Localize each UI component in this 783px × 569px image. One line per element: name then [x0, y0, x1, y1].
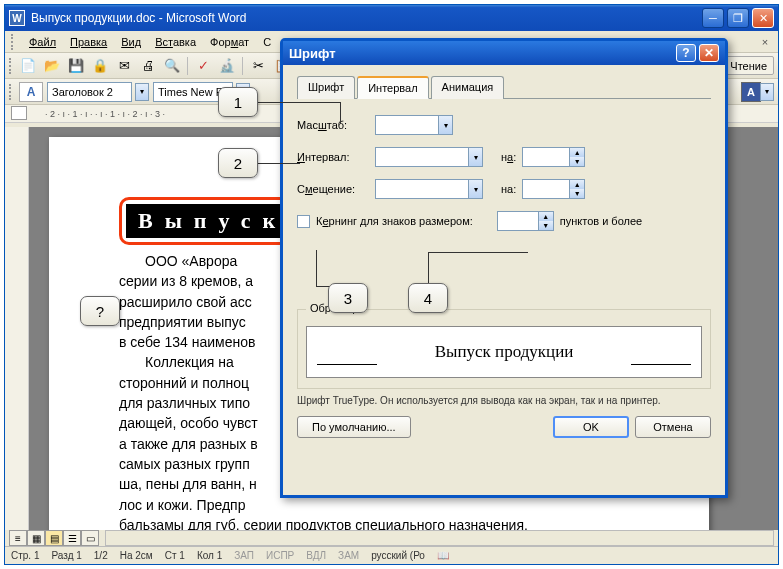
sample-preview: Выпуск продукции: [306, 326, 702, 378]
spin-up-icon[interactable]: ▲: [570, 180, 584, 189]
font-color-button[interactable]: A: [741, 82, 761, 102]
open-icon[interactable]: 📂: [41, 55, 63, 77]
dialog-titlebar[interactable]: Шрифт ? ✕: [283, 41, 725, 65]
chevron-down-icon[interactable]: ▾: [468, 180, 482, 198]
cancel-button[interactable]: Отмена: [635, 416, 711, 438]
callout-line: [258, 163, 300, 164]
permission-icon[interactable]: 🔒: [89, 55, 111, 77]
menu-tools-partial[interactable]: С: [257, 34, 277, 50]
maximize-button[interactable]: ❐: [727, 8, 749, 28]
spin-down-icon[interactable]: ▼: [570, 157, 584, 166]
kerning-size-input[interactable]: [497, 211, 539, 231]
callout-line: [428, 252, 528, 253]
font-dialog: Шрифт ? ✕ Шрифт Интервал Анимация Масшта…: [280, 38, 728, 498]
callout-1: 1: [218, 87, 258, 117]
menu-edit[interactable]: Правка: [64, 34, 113, 50]
word-icon: W: [9, 10, 25, 26]
font-color-arrow[interactable]: ▾: [760, 83, 774, 101]
tab-spacing[interactable]: Интервал: [357, 76, 428, 99]
save-icon[interactable]: 💾: [65, 55, 87, 77]
spacing-label: Интервал:: [297, 151, 369, 163]
spin-up-icon[interactable]: ▲: [539, 212, 553, 221]
kerning-checkbox[interactable]: [297, 215, 310, 228]
ok-button[interactable]: OK: [553, 416, 629, 438]
menu-overflow[interactable]: ×: [758, 36, 772, 48]
new-doc-icon[interactable]: 📄: [17, 55, 39, 77]
ruler-marks: · 2 · ı · 1 · ı · · ı · 1 · ı · 2 · ı · …: [45, 109, 165, 119]
status-section: Разд 1: [51, 550, 81, 561]
status-book-icon[interactable]: 📖: [437, 550, 449, 561]
titlebar: W Выпуск продукции.doc - Microsoft Word …: [5, 5, 778, 31]
research-icon[interactable]: 🔬: [216, 55, 238, 77]
toolbar-grip[interactable]: [9, 84, 15, 100]
reading-view-button[interactable]: ▭: [81, 530, 99, 546]
menu-file[interactable]: Файл: [23, 34, 62, 50]
position-combo[interactable]: ▾: [375, 179, 483, 199]
dialog-title: Шрифт: [289, 46, 676, 61]
spin-down-icon[interactable]: ▼: [539, 221, 553, 230]
tab-animation[interactable]: Анимация: [431, 76, 505, 99]
web-view-button[interactable]: ▦: [27, 530, 45, 546]
dialog-close-button[interactable]: ✕: [699, 44, 719, 62]
status-ovr[interactable]: ЗАМ: [338, 550, 359, 561]
toolbar-grip[interactable]: [11, 34, 17, 50]
menu-view[interactable]: Вид: [115, 34, 147, 50]
menu-format[interactable]: Формат: [204, 34, 255, 50]
callout-line: [258, 102, 340, 103]
print-icon[interactable]: 🖨: [137, 55, 159, 77]
kerning-suffix: пунктов и более: [560, 215, 642, 227]
chevron-down-icon[interactable]: ▾: [438, 116, 452, 134]
spacing-combo[interactable]: ▾: [375, 147, 483, 167]
status-ext[interactable]: ВДЛ: [306, 550, 326, 561]
cut-icon[interactable]: ✂: [247, 55, 269, 77]
kerning-size-spinner[interactable]: ▲▼: [497, 211, 554, 231]
scale-label: Масштаб:: [297, 119, 369, 131]
spin-down-icon[interactable]: ▼: [570, 189, 584, 198]
callout-4: 4: [408, 283, 448, 313]
read-label: Чтение: [730, 60, 767, 72]
minimize-button[interactable]: ─: [702, 8, 724, 28]
style-combo[interactable]: Заголовок 2: [47, 82, 132, 102]
outline-view-button[interactable]: ☰: [63, 530, 81, 546]
normal-view-button[interactable]: ≡: [9, 530, 27, 546]
statusbar: Стр. 1 Разд 1 1/2 На 2см Ст 1 Кол 1 ЗАП …: [5, 546, 778, 564]
status-at: На 2см: [120, 550, 153, 561]
status-fix[interactable]: ИСПР: [266, 550, 294, 561]
dialog-help-button[interactable]: ?: [676, 44, 696, 62]
spellcheck-icon[interactable]: ✓: [192, 55, 214, 77]
vertical-ruler[interactable]: [5, 127, 29, 530]
preview-icon[interactable]: 🔍: [161, 55, 183, 77]
status-page: Стр. 1: [11, 550, 39, 561]
default-button[interactable]: По умолчанию...: [297, 416, 411, 438]
horizontal-scrollbar[interactable]: [105, 530, 774, 546]
scale-combo[interactable]: ▾: [375, 115, 453, 135]
styles-pane-icon[interactable]: A: [19, 82, 43, 102]
position-by-input[interactable]: [522, 179, 570, 199]
menu-insert[interactable]: Вставка: [149, 34, 202, 50]
status-lang[interactable]: русский (Ро: [371, 550, 425, 561]
close-button[interactable]: ✕: [752, 8, 774, 28]
sample-note: Шрифт TrueType. Он используется для выво…: [297, 395, 711, 406]
toolbar-grip[interactable]: [9, 58, 15, 74]
spacing-by-spinner[interactable]: ▲▼: [522, 147, 585, 167]
dialog-tabs: Шрифт Интервал Анимация: [297, 75, 711, 99]
position-by-spinner[interactable]: ▲▼: [522, 179, 585, 199]
spin-up-icon[interactable]: ▲: [570, 148, 584, 157]
chevron-down-icon[interactable]: ▾: [468, 148, 482, 166]
position-label: Смещение:: [297, 183, 369, 195]
view-buttons: ≡ ▦ ▤ ☰ ▭: [9, 530, 99, 546]
status-rec[interactable]: ЗАП: [234, 550, 254, 561]
tab-font[interactable]: Шрифт: [297, 76, 355, 99]
style-combo-arrow[interactable]: ▾: [135, 83, 149, 101]
print-view-button[interactable]: ▤: [45, 530, 63, 546]
spacing-by-label: на:: [501, 151, 516, 163]
document-heading[interactable]: Выпуск: [126, 204, 299, 238]
kerning-label: Кернинг для знаков размером:: [316, 215, 473, 227]
callout-line: [428, 252, 429, 284]
spacing-by-input[interactable]: [522, 147, 570, 167]
status-pages: 1/2: [94, 550, 108, 561]
callout-2: 2: [218, 148, 258, 178]
tab-selector[interactable]: [11, 106, 27, 120]
mail-icon[interactable]: ✉: [113, 55, 135, 77]
callout-line: [340, 102, 341, 124]
